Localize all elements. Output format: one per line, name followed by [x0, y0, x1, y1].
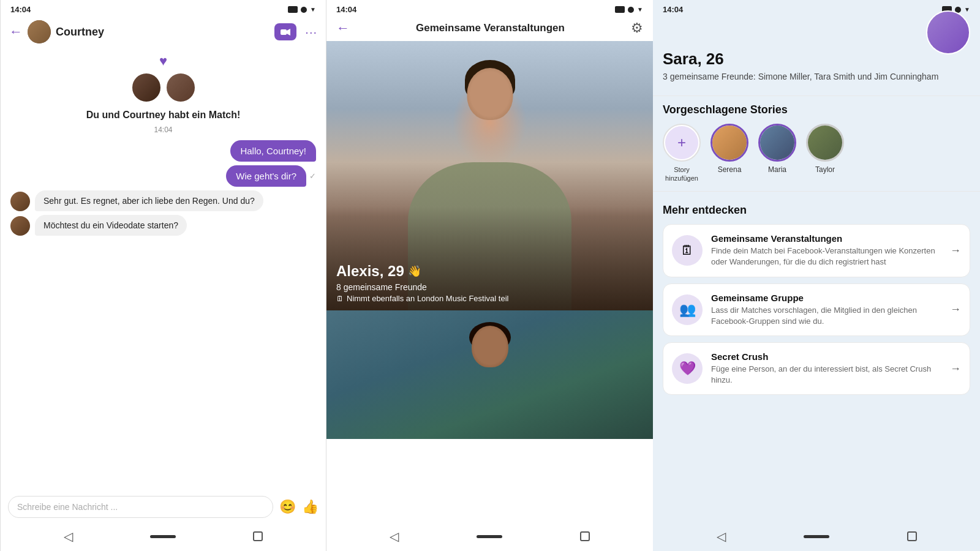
message-sent-2: Wie geht's dir? [10, 165, 306, 187]
chat-header: ← Courtney ··· [1, 17, 326, 48]
events-scroll: Alexis, 29 👋 8 gemeinsame Freunde 🗓 Nimm… [326, 41, 653, 524]
events-header: ← Gemeinsame Veranstaltungen ⚙ [326, 17, 653, 41]
add-story-item[interactable]: + Storyhinzufügen [663, 124, 701, 183]
match-heart-icon: ♥ [159, 53, 167, 69]
emoji-button[interactable]: 😊 [279, 499, 296, 515]
svg-marker-1 [287, 29, 290, 36]
nav-bar-3: ◁ [653, 524, 980, 551]
message-sent-1: Hallo, Courtney! [10, 140, 316, 162]
events-back-button[interactable]: ← [336, 20, 350, 36]
nav-back-button-2[interactable]: ◁ [390, 529, 399, 544]
battery-icon-2 [615, 6, 625, 13]
divider-1 [653, 96, 980, 96]
crush-card-text: Secret Crush Füge eine Person, an der du… [711, 351, 941, 386]
crush-card-desc: Füge eine Person, an der du interessiert… [711, 364, 941, 386]
stories-title: Vorgeschlagene Stories [653, 103, 980, 116]
nav-recents-button-3[interactable] [907, 531, 917, 541]
chat-panel: 14:04 ▼ ← Courtney ··· ♥ [0, 0, 326, 551]
story-serena[interactable]: Serena [710, 124, 748, 183]
message-input[interactable]: Schreibe eine Nachricht ... [8, 496, 273, 518]
avatar-img [28, 20, 51, 43]
header-actions: ··· [274, 23, 317, 40]
maria-photo [760, 126, 794, 160]
serena-circle[interactable] [710, 124, 748, 162]
signal-icon [301, 7, 307, 13]
groups-card-arrow: → [950, 303, 961, 316]
status-bar-2: 14:04 ▼ [326, 0, 653, 17]
add-story-label: Storyhinzufügen [665, 165, 698, 183]
sara-avatar-large [926, 10, 970, 54]
story-taylor[interactable]: Taylor [806, 124, 844, 183]
status-icons-1: ▼ [288, 6, 316, 13]
add-story-circle[interactable]: + [663, 124, 701, 162]
story-maria[interactable]: Maria [758, 124, 796, 183]
messages-list: Hallo, Courtney! Wie geht's dir? ✓ Sehr … [10, 140, 316, 236]
video-camera-icon [281, 29, 290, 36]
taylor-label: Taylor [815, 165, 835, 174]
video-call-button[interactable] [274, 23, 296, 40]
recv-avatar-2 [10, 216, 30, 236]
profile-name: Alexis, 29 [336, 263, 404, 280]
profile-overlay: Alexis, 29 👋 8 gemeinsame Freunde 🗓 Nimm… [326, 254, 653, 310]
taylor-photo [808, 126, 842, 160]
chat-input-bar: Schreibe eine Nachricht ... 😊 👍 [1, 490, 326, 524]
profile-name-age: Alexis, 29 👋 [336, 263, 643, 280]
events-card-text: Gemeinsame Veranstaltungen Finde dein Ma… [711, 233, 941, 268]
recv-avatar-1 [10, 192, 30, 211]
discover-card-events[interactable]: 🗓 Gemeinsame Veranstaltungen Finde dein … [663, 224, 970, 277]
match-timestamp: 14:04 [154, 126, 172, 134]
events-card-icon: 🗓 [672, 235, 703, 266]
maria-label: Maria [768, 165, 786, 174]
crush-card-title: Secret Crush [711, 351, 941, 362]
stories-section: Vorgeschlagene Stories + Storyhinzufügen… [653, 103, 980, 183]
discover-card-groups[interactable]: 👥 Gemeinsame Gruppe Lass dir Matches vor… [663, 283, 970, 336]
nav-bar-2: ◁ [326, 524, 653, 551]
bubble-recv-2: Möchtest du ein Videodate starten? [35, 215, 187, 236]
svg-rect-0 [281, 29, 287, 35]
avatar [28, 20, 51, 43]
bubble-sent-2: Wie geht's dir? [226, 165, 306, 187]
contact-name: Courtney [56, 26, 270, 39]
profile-event: 🗓 Nimmt ebenfalls an London Music Festiv… [336, 294, 643, 303]
crush-card-icon: 💜 [672, 353, 703, 384]
message-received-2: Möchtest du ein Videodate starten? [10, 215, 316, 236]
wave-icon: 👋 [408, 264, 421, 278]
stories-row: + Storyhinzufügen Serena Maria [653, 124, 980, 183]
events-card-desc: Finde dein Match bei Facebook-Veranstalt… [711, 246, 941, 268]
groups-card-icon: 👥 [672, 294, 703, 325]
check-icon: ✓ [309, 171, 316, 181]
signal-icon-2 [628, 7, 634, 13]
maria-circle[interactable] [758, 124, 796, 162]
nav-home-button-3[interactable] [804, 535, 829, 538]
profile-panel: 14:04 ▼ Sara, 26 3 gemeinsame Freunde: S… [653, 0, 980, 551]
events-panel: 14:04 ▼ ← Gemeinsame Veranstaltungen ⚙ [326, 0, 653, 551]
nav-recents-button-2[interactable] [580, 531, 590, 541]
profile-card-second[interactable] [326, 310, 653, 439]
profile-card-alexis[interactable]: Alexis, 29 👋 8 gemeinsame Freunde 🗓 Nimm… [326, 41, 653, 310]
discover-card-crush[interactable]: 💜 Secret Crush Füge eine Person, an der … [663, 342, 970, 395]
settings-icon[interactable]: ⚙ [631, 20, 643, 36]
add-story-inner: + [665, 126, 698, 159]
partial-photo-area [653, 17, 980, 47]
nav-back-button-3[interactable]: ◁ [717, 529, 726, 544]
nav-home-button[interactable] [150, 535, 176, 538]
bubble-sent-1: Hallo, Courtney! [230, 140, 316, 162]
dropdown-icon: ▼ [310, 6, 316, 13]
taylor-circle[interactable] [806, 124, 844, 162]
groups-card-desc: Lass dir Matches vorschlagen, die Mitgli… [711, 305, 941, 327]
dropdown-icon-2: ▼ [637, 6, 643, 13]
more-options-button[interactable]: ··· [305, 25, 317, 39]
like-button[interactable]: 👍 [302, 499, 318, 515]
profile-scroll: Sara, 26 3 gemeinsame Freunde: Simone Mi… [653, 47, 980, 524]
crush-card-arrow: → [950, 362, 961, 375]
nav-back-button[interactable]: ◁ [64, 529, 73, 544]
nav-recents-button[interactable] [253, 531, 263, 541]
head-element [467, 68, 513, 120]
status-bar-1: 14:04 ▼ [1, 0, 326, 17]
match-text: Du und Courtney habt ein Match! [86, 110, 241, 121]
sara-name: Sara, 26 [663, 50, 970, 69]
calendar-icon: 🗓 [336, 294, 344, 303]
back-button[interactable]: ← [9, 24, 23, 40]
discover-section: Mehr entdecken 🗓 Gemeinsame Veranstaltun… [653, 199, 980, 406]
nav-home-button-2[interactable] [477, 535, 502, 538]
